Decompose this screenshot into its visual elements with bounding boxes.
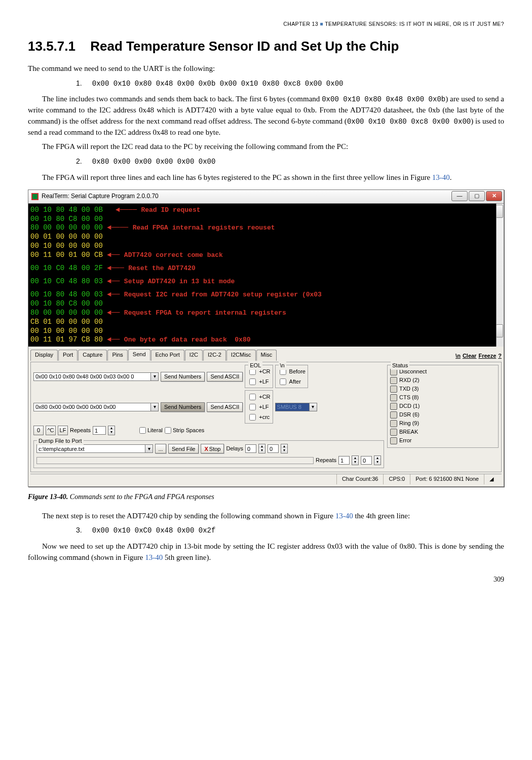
send-combo-2[interactable]: ▾ bbox=[33, 403, 159, 411]
tab-capture[interactable]: Capture bbox=[78, 350, 107, 361]
delays-input-2[interactable] bbox=[268, 444, 279, 453]
send-file-button[interactable]: Send File bbox=[168, 444, 199, 453]
text-run: 5th green line). bbox=[163, 553, 211, 561]
smbus-input[interactable] bbox=[275, 403, 310, 411]
repeats-spinner[interactable]: ▴▾ bbox=[108, 426, 115, 435]
led-icon bbox=[390, 394, 397, 401]
status-item: RXD (2) bbox=[399, 376, 420, 385]
figure-link[interactable]: 13-40 bbox=[335, 512, 353, 520]
delays-label: Delays bbox=[226, 445, 243, 453]
send-ascii-button-1[interactable]: Send ASCII bbox=[207, 372, 243, 382]
paragraph: The next step is to reset the ADT7420 ch… bbox=[28, 511, 504, 522]
resize-grip-icon[interactable]: ◢ bbox=[484, 474, 502, 484]
tab-display[interactable]: Display bbox=[30, 350, 58, 361]
window-titlebar[interactable]: RealTerm: Serial Capture Program 2.0.0.7… bbox=[28, 190, 504, 204]
send-ascii-button-2[interactable]: Send ASCII bbox=[207, 402, 243, 412]
figure-link[interactable]: 13-40 bbox=[432, 173, 450, 181]
help-link[interactable]: ? bbox=[498, 352, 502, 360]
send-numbers-button-2[interactable]: Send Numbers bbox=[161, 402, 205, 412]
lower-panel: Display Port Capture Pins Send Echo Port… bbox=[28, 347, 504, 486]
tab-i2cmisc[interactable]: I2CMisc bbox=[226, 350, 256, 361]
tab-pins[interactable]: Pins bbox=[107, 350, 127, 361]
led-icon bbox=[390, 429, 397, 436]
repeats2-input-2[interactable] bbox=[361, 456, 372, 465]
scrollbar-track[interactable] bbox=[496, 204, 504, 347]
section-title-text: Read Temperature Sensor ID and Set Up th… bbox=[90, 39, 399, 54]
delays-input-1[interactable] bbox=[245, 444, 256, 453]
status-item: CTS (8) bbox=[399, 394, 419, 402]
tab-i2c-2[interactable]: I2C-2 bbox=[203, 350, 226, 361]
repeats-input[interactable] bbox=[93, 426, 106, 435]
inline-code: 0x00 0x10 0x80 0x48 0x00 0x0b bbox=[322, 95, 445, 103]
hex-line: 00 10 80 48 00 03 bbox=[30, 290, 103, 298]
eol-lf-2[interactable]: +LF bbox=[247, 402, 270, 412]
repeats2-input[interactable] bbox=[338, 456, 350, 465]
chevron-down-icon[interactable]: ▾ bbox=[151, 403, 159, 411]
eol-crc[interactable]: +crc bbox=[247, 412, 270, 422]
dump-file-input[interactable] bbox=[36, 444, 145, 453]
freeze-link[interactable]: Freeze bbox=[478, 352, 496, 360]
inline-code: 0x00 0x10 0x80 0xc8 0x00 0x00 bbox=[347, 118, 471, 126]
tab-port[interactable]: Port bbox=[58, 350, 78, 361]
send-combo-1[interactable]: ▾ bbox=[33, 372, 159, 381]
send-input-1[interactable] bbox=[33, 372, 151, 381]
hex-line: 00 11 00 01 00 CB bbox=[30, 251, 103, 259]
tab-send[interactable]: Send bbox=[128, 349, 150, 361]
terminal-output[interactable]: 00 10 80 48 00 0B ◄──── Read ID request … bbox=[28, 204, 504, 347]
repeats2-spinner-2[interactable]: ▴▾ bbox=[374, 455, 381, 465]
paragraph: The FPGA will report three lines and eac… bbox=[28, 172, 504, 183]
status-item: TXD (3) bbox=[399, 385, 419, 393]
stop-button[interactable]: X Stop bbox=[201, 444, 224, 453]
tab-i2c[interactable]: I2C bbox=[185, 350, 203, 361]
repeats-label: Repeats bbox=[70, 427, 91, 435]
figure-label: Figure 13-40. bbox=[28, 493, 68, 501]
clear-link[interactable]: Clear bbox=[463, 352, 477, 360]
annotation: ADT7420 correct come back bbox=[124, 251, 223, 259]
eol-lf-1[interactable]: +LF bbox=[247, 377, 270, 387]
browse-button[interactable]: ... bbox=[155, 444, 166, 453]
section-number: 13.5.7.1 bbox=[28, 37, 75, 56]
x-icon: X bbox=[204, 446, 208, 452]
status-item: Error bbox=[399, 437, 411, 445]
smbus-combo[interactable]: ▾ bbox=[275, 403, 317, 411]
zero-button[interactable]: 0 bbox=[33, 426, 44, 435]
chevron-down-icon[interactable]: ▾ bbox=[151, 372, 159, 381]
after-check[interactable]: After bbox=[278, 377, 306, 387]
paragraph: The FPGA will report the I2C read data t… bbox=[28, 141, 504, 153]
hex-line: 80 00 00 00 00 00 bbox=[30, 223, 103, 232]
repeats2-spinner[interactable]: ▴▾ bbox=[352, 455, 359, 465]
figure-link[interactable]: 13-40 bbox=[145, 553, 163, 561]
chevron-down-icon[interactable]: ▾ bbox=[310, 403, 317, 411]
command-1-text: 0x00 0x10 0x80 0x48 0x00 0x0b 0x00 0x10 … bbox=[92, 80, 344, 88]
tab-misc[interactable]: Misc bbox=[256, 350, 277, 361]
minimize-button[interactable]: — bbox=[451, 191, 468, 201]
text-run: The FPGA will report three lines and eac… bbox=[42, 173, 432, 181]
send-numbers-button-1[interactable]: Send Numbers bbox=[161, 372, 205, 382]
ctrl-c-button[interactable]: ^C bbox=[46, 426, 56, 435]
hex-line: 00 01 00 00 00 00 bbox=[30, 233, 103, 241]
literal-check[interactable]: Literal bbox=[139, 427, 163, 435]
status-bar: Char Count:36 CPS:0 Port: 6 921600 8N1 N… bbox=[30, 474, 502, 484]
delays-spinner-1[interactable]: ▴▾ bbox=[258, 444, 265, 453]
dump-file-combo[interactable]: ▾ bbox=[36, 444, 153, 453]
send-input-2[interactable] bbox=[33, 403, 151, 411]
lf-button[interactable]: LF bbox=[58, 426, 68, 435]
delays-spinner-2[interactable]: ▴▾ bbox=[281, 444, 288, 453]
tab-echo-port[interactable]: Echo Port bbox=[151, 350, 184, 361]
strip-spaces-check[interactable]: Strip Spaces bbox=[165, 427, 204, 435]
newline-link[interactable]: \n bbox=[455, 352, 461, 360]
statusbar-char-count: Char Count:36 bbox=[337, 474, 384, 484]
eol-cr-2[interactable]: +CR bbox=[247, 392, 270, 402]
scrollbar-thumb-mid[interactable] bbox=[496, 324, 503, 337]
close-button[interactable]: ✕ bbox=[486, 191, 502, 201]
maximize-button[interactable]: ▢ bbox=[469, 191, 485, 201]
section-heading: 13.5.7.1 Read Temperature Sensor ID and … bbox=[28, 37, 504, 56]
paragraph: The command we need to send to the UART … bbox=[28, 63, 504, 74]
chevron-down-icon[interactable]: ▾ bbox=[145, 444, 153, 453]
ordinal-3: 3. bbox=[76, 525, 90, 535]
led-icon bbox=[390, 420, 397, 427]
chapter-header-post: TEMPERATURE SENSORS: IS IT HOT IN HERE, … bbox=[325, 21, 504, 27]
figure-desc: Commands sent to the FPGA and FPGA respo… bbox=[68, 493, 214, 501]
command-2-text: 0x80 0x00 0x00 0x00 0x00 0x00 bbox=[92, 158, 216, 166]
scrollbar-thumb-top[interactable] bbox=[496, 205, 503, 218]
